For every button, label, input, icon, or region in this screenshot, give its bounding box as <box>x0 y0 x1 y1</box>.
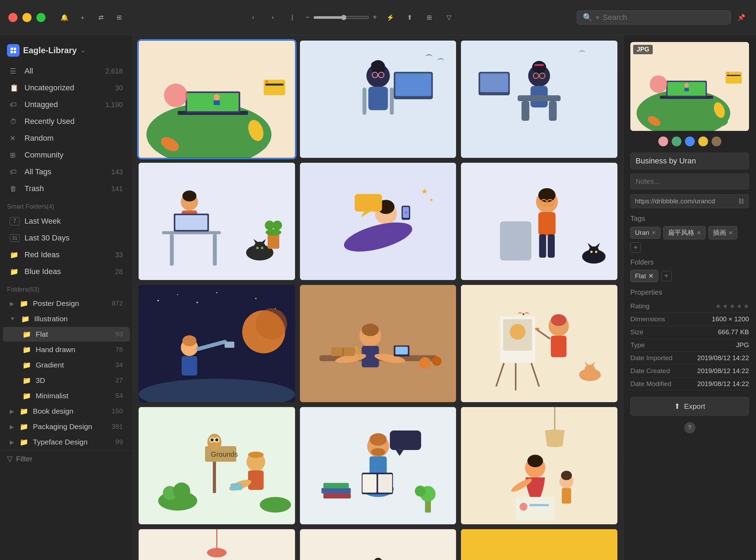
svg-point-60 <box>273 220 282 230</box>
minimize-button[interactable] <box>22 13 31 22</box>
sidebar-item-blue-ideas[interactable]: 📁 Blue Ideas 28 <box>3 264 130 280</box>
star-5[interactable]: ★ <box>743 302 749 310</box>
file-title-input[interactable] <box>630 153 749 169</box>
add-folder-button[interactable]: + <box>661 271 672 281</box>
grid-item-12[interactable] <box>461 407 617 524</box>
tag-illustration-remove[interactable]: ✕ <box>728 230 733 236</box>
star-3[interactable]: ★ <box>729 302 735 310</box>
forward-nav-button[interactable]: › <box>266 11 279 24</box>
star-4[interactable]: ★ <box>736 302 742 310</box>
filter-bar[interactable]: ▽ Filter <box>0 450 133 467</box>
add-button[interactable]: ＋ <box>76 11 89 24</box>
grid-item-15[interactable]: Logo <box>461 529 617 560</box>
svg-point-58 <box>266 229 281 236</box>
folder-illustration[interactable]: ▼ 📁 Illustration <box>3 312 130 326</box>
grid-item-9[interactable] <box>461 285 617 402</box>
packaging-design-icon: 📁 <box>20 422 29 431</box>
grid-layout-icon[interactable]: ⊞ <box>423 11 436 24</box>
sidebar-item-all-tags[interactable]: 🏷 All Tags 143 <box>3 164 130 180</box>
sidebar-item-last-30-days[interactable]: 31 Last 30 Days <box>3 230 130 246</box>
sidebar-item-random[interactable]: ✕ Random <box>3 130 130 146</box>
grid-item-3[interactable] <box>461 41 617 158</box>
subfolder-flat[interactable]: 📁 Flat 93 <box>3 327 130 342</box>
swatch-4[interactable] <box>698 136 708 146</box>
folders-title: Folders(63) <box>0 280 133 295</box>
search-input[interactable] <box>603 13 725 22</box>
tag-chip-uran[interactable]: Uran ✕ <box>630 227 660 239</box>
grid-item-1[interactable] <box>139 41 295 158</box>
back-nav-button[interactable]: ‹ <box>247 11 259 24</box>
svg-rect-120 <box>551 336 567 357</box>
folder-typeface-design[interactable]: ▶ 📁 Typeface Design 99 <box>3 435 130 449</box>
swatch-1[interactable] <box>658 136 668 146</box>
tag-icon[interactable]: ⚡ <box>384 11 397 24</box>
swatch-2[interactable] <box>672 136 681 146</box>
add-tag-button[interactable]: + <box>630 242 641 253</box>
svg-text:♥: ♥ <box>405 210 407 215</box>
folder-chip-flat[interactable]: Flat ✕ <box>630 270 658 282</box>
share-icon[interactable]: ⬆ <box>404 11 416 24</box>
svg-rect-2 <box>10 51 13 53</box>
grid-item-5[interactable]: ♥ ★ ✦ <box>300 163 456 280</box>
swatch-5[interactable] <box>712 136 721 146</box>
sidebar-item-community[interactable]: ⊞ Community <box>3 147 130 163</box>
grid-item-4[interactable] <box>139 163 295 280</box>
subfolder-gradient[interactable]: 📁 Gradient 34 <box>3 358 130 372</box>
star-1[interactable]: ★ <box>715 302 721 310</box>
grid-item-8[interactable] <box>300 285 456 402</box>
tag-uran-remove[interactable]: ✕ <box>651 230 656 236</box>
grid-item-6[interactable] <box>461 163 617 280</box>
subfolder-minimalist[interactable]: 📁 Minimalist 54 <box>3 388 130 403</box>
library-header[interactable]: Eagle-Library ⌄ <box>0 41 133 62</box>
community-icon: ⊞ <box>10 151 20 159</box>
star-2[interactable]: ★ <box>722 302 728 310</box>
grid-item-13[interactable] <box>139 529 295 560</box>
folder-book-design[interactable]: ▶ 📁 Book design 150 <box>3 404 130 419</box>
sidebar-item-red-ideas[interactable]: 📁 Red Ideas 33 <box>3 247 130 263</box>
grid-item-10[interactable]: Grounds <box>139 407 295 524</box>
menu-button[interactable]: | <box>286 11 299 24</box>
svg-point-278 <box>727 72 729 74</box>
preview-image[interactable]: JPG <box>630 42 749 131</box>
notes-input[interactable] <box>630 174 749 189</box>
folder-packaging-design[interactable]: ▶ 📁 Packaging Design 391 <box>3 419 130 434</box>
pin-icon[interactable]: 📌 <box>735 11 748 24</box>
subfolder-3d[interactable]: 📁 3D 27 <box>3 373 130 388</box>
folder-typeface-design-count: 99 <box>115 438 123 446</box>
sidebar-item-recently-used[interactable]: ⏱ Recently Used <box>3 113 130 130</box>
swatch-3[interactable] <box>685 136 695 146</box>
import-export-icon[interactable]: ⇄ <box>94 11 107 24</box>
grid-item-11[interactable] <box>300 407 456 524</box>
url-text: https://dribbble.com/urancd <box>635 197 735 205</box>
folder-chip-flat-remove[interactable]: ✕ <box>648 272 654 280</box>
external-link-icon[interactable]: ⛓ <box>738 198 744 205</box>
help-button[interactable]: ? <box>684 422 695 433</box>
tag-chip-flat-style[interactable]: 扁平风格 ✕ <box>663 226 706 239</box>
search-dropdown[interactable]: ▾ <box>596 13 599 22</box>
close-button[interactable] <box>8 13 18 22</box>
grid-item-2[interactable] <box>300 41 456 158</box>
stars[interactable]: ★ ★ ★ ★ ★ <box>715 302 749 310</box>
grid-item-14[interactable] <box>300 529 456 560</box>
layout-icon[interactable]: ⊞ <box>113 11 125 24</box>
sidebar-item-untagged[interactable]: 🏷 Untagged 1,190 <box>3 97 130 113</box>
grid-item-7[interactable] <box>139 285 295 402</box>
sidebar-item-last-week[interactable]: 7 Last Week <box>3 213 130 229</box>
export-button[interactable]: ⬆ Export <box>630 397 749 416</box>
notification-icon[interactable]: 🔔 <box>58 11 71 24</box>
tag-flat-style-remove[interactable]: ✕ <box>696 230 701 236</box>
folder-poster-design[interactable]: ▶ 📁 Poster Design 872 <box>3 296 130 311</box>
subfolder-gradient-count: 34 <box>115 361 123 369</box>
filter-icon[interactable]: ▽ <box>443 11 455 24</box>
subfolder-gradient-label: Gradient <box>36 361 111 369</box>
sidebar-item-trash[interactable]: 🗑 Trash 141 <box>3 181 130 197</box>
tag-chip-illustration[interactable]: 插画 ✕ <box>708 226 737 239</box>
minimalist-icon: 📁 <box>22 392 31 400</box>
sidebar-item-all[interactable]: ☰ All 2,618 <box>3 63 130 79</box>
sidebar-item-uncategorized[interactable]: 📋 Uncategorized 30 <box>3 80 130 96</box>
subfolder-hand-drawn[interactable]: 📁 Hand drawn 78 <box>3 342 130 357</box>
zoom-slider[interactable] <box>313 15 369 20</box>
maximize-button[interactable] <box>36 13 46 22</box>
export-label: Export <box>684 402 705 411</box>
date-created-value: 2019/08/12 14:22 <box>697 367 749 375</box>
